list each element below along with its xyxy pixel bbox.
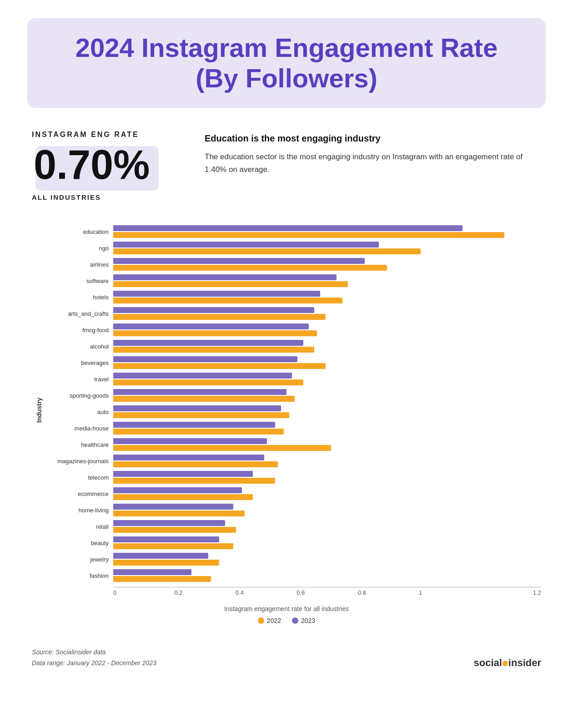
bar-label: media-house (43, 425, 113, 432)
chart-section: Industry educationngoairlinessoftwarehot… (27, 224, 546, 624)
bar-row: healthcare (43, 437, 541, 452)
bars-group (113, 242, 541, 254)
bar-2023 (113, 396, 295, 402)
bar-2023 (113, 511, 245, 516)
bars-group (113, 225, 541, 238)
bar-row: retail (43, 519, 541, 534)
bar-2023 (113, 412, 289, 418)
bar-label: arts_and_crafts (43, 310, 113, 317)
bar-row: fmcg-food (43, 322, 541, 338)
bar-2023 (113, 248, 421, 254)
bar-row: sporting-goods (43, 388, 541, 403)
bars-group (113, 389, 541, 402)
bar-row: magazines-journals (43, 453, 541, 469)
bars-group (113, 405, 541, 418)
bar-label: home-living (43, 507, 113, 514)
bar-row: ecommerce (43, 486, 541, 501)
bars-group (113, 569, 541, 582)
bar-row: jewelry (43, 551, 541, 567)
eng-rate-label: INSTAGRAM ENG RATE (32, 131, 177, 139)
bars-group (113, 471, 541, 484)
bar-2022 (113, 536, 219, 542)
legend-label-2022: 2022 (267, 617, 281, 624)
legend-2023: 2023 (292, 617, 315, 624)
bars-group (113, 324, 541, 336)
bar-row: home-living (43, 502, 541, 518)
bar-2022 (113, 553, 208, 559)
chart-legend: 2022 2023 (32, 617, 541, 624)
bar-row: telecom (43, 470, 541, 485)
bar-label: fashion (43, 572, 113, 579)
footer: Source: Socialinsider data Data range: J… (27, 647, 546, 669)
bar-2023 (113, 298, 342, 303)
insight-title: Education is the most engaging industry (205, 132, 541, 144)
bar-label: beauty (43, 540, 113, 546)
bars-group (113, 504, 541, 516)
eng-rate-box: INSTAGRAM ENG RATE 0.70% ALL INDUSTRIES (32, 131, 177, 201)
bar-row: ngo (43, 240, 541, 256)
bar-2022 (113, 504, 233, 510)
chart-inner: educationngoairlinessoftwarehotelsarts_a… (43, 224, 541, 596)
bar-2022 (113, 471, 253, 477)
bar-2022 (113, 405, 281, 411)
bar-label: travel (43, 376, 113, 383)
bar-row: media-house (43, 420, 541, 436)
top-section: INSTAGRAM ENG RATE 0.70% ALL INDUSTRIES … (27, 131, 546, 201)
x-tick: 0.6 (297, 589, 357, 596)
chart-container: Industry educationngoairlinessoftwarehot… (32, 224, 541, 596)
bars-group (113, 455, 541, 467)
bar-2023 (113, 461, 278, 467)
bar-2023 (113, 560, 219, 566)
x-axis: 00.20.40.60.811.2 (113, 587, 541, 596)
bars-group (113, 438, 541, 451)
title-box: 2024 Instagram Engagement Rate (By Follo… (27, 18, 546, 108)
bars-group (113, 422, 541, 435)
bar-label: ngo (43, 245, 113, 252)
bars-group (113, 356, 541, 369)
bar-2022 (113, 569, 191, 575)
bar-label: beverages (43, 359, 113, 366)
eng-rate-value-wrapper: 0.70% (32, 142, 155, 187)
bar-2022 (113, 274, 337, 280)
x-tick: 0.8 (358, 589, 419, 596)
bar-label: jewelry (43, 556, 113, 563)
bars-group (113, 520, 541, 533)
bar-2022 (113, 422, 275, 428)
bar-2022 (113, 324, 309, 329)
bar-2022 (113, 356, 297, 362)
bar-label: software (43, 278, 113, 284)
bars-group (113, 340, 541, 353)
legend-label-2023: 2023 (301, 617, 315, 624)
bar-2023 (113, 379, 303, 385)
bar-2023 (113, 363, 326, 369)
bar-2023 (113, 478, 275, 484)
bar-2023 (113, 330, 317, 336)
legend-dot-2022 (258, 617, 264, 624)
bar-2023 (113, 232, 504, 238)
bar-row: travel (43, 371, 541, 387)
bars-group (113, 553, 541, 566)
bar-label: retail (43, 523, 113, 530)
bar-2022 (113, 242, 379, 248)
bar-2023 (113, 576, 211, 582)
bars-group (113, 536, 541, 549)
bar-2022 (113, 225, 462, 231)
bar-2023 (113, 265, 387, 271)
bar-2022 (113, 340, 303, 346)
bar-label: alcohol (43, 343, 113, 350)
bar-row: arts_and_crafts (43, 306, 541, 321)
x-tick: 0 (113, 589, 174, 596)
bars-group (113, 307, 541, 320)
x-tick: 1 (419, 589, 480, 596)
bar-label: ecommerce (43, 490, 113, 497)
legend-2022: 2022 (258, 617, 281, 624)
x-tick: 0.4 (236, 589, 297, 596)
bar-2022 (113, 291, 320, 297)
bar-row: software (43, 273, 541, 288)
bar-2023 (113, 347, 314, 353)
bar-2022 (113, 307, 314, 313)
bar-2023 (113, 527, 236, 533)
footer-source: Source: Socialinsider data Data range: J… (32, 647, 156, 669)
y-axis-label: Industry (32, 224, 43, 596)
logo-text: socialinsider (473, 657, 541, 669)
